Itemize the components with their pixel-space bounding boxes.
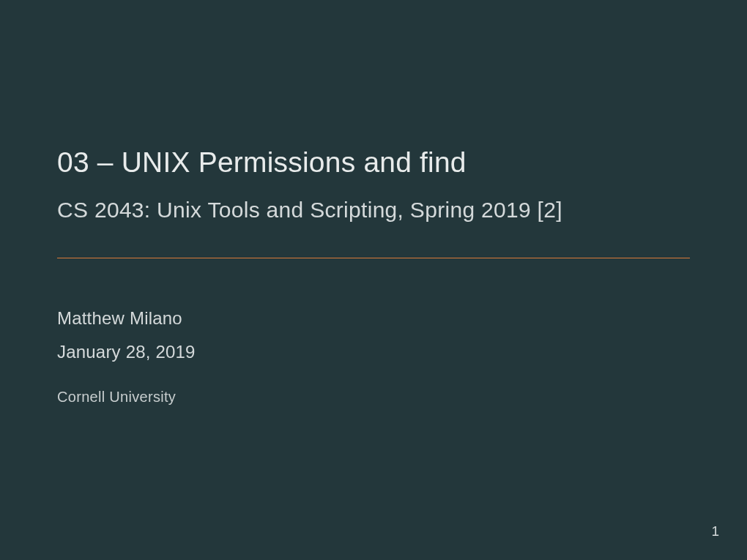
title-slide: 03 – UNIX Permissions and find CS 2043: … [0,0,747,406]
institution-name: Cornell University [57,389,690,406]
page-number: 1 [711,523,719,540]
slide-subtitle: CS 2043: Unix Tools and Scripting, Sprin… [57,198,690,223]
author-name: Matthew Milano [57,308,690,329]
divider-line [57,258,690,258]
presentation-date: January 28, 2019 [57,342,690,362]
slide-title: 03 – UNIX Permissions and find [57,146,690,179]
